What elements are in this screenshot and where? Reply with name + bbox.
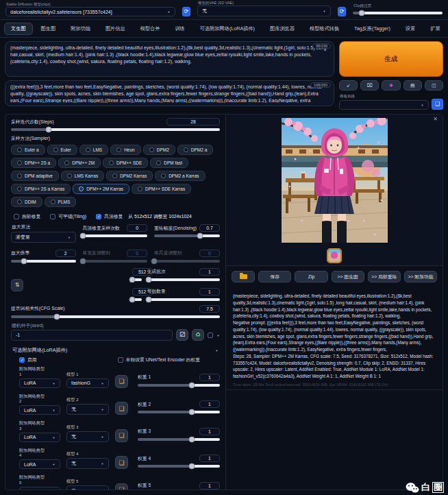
sampler-option[interactable]: DPM2 a xyxy=(177,145,213,155)
sampler-option[interactable]: Heun xyxy=(110,145,141,155)
hires-steps-slider-track[interactable] xyxy=(83,234,148,237)
sampler-option[interactable]: DPM2 xyxy=(143,145,175,155)
gallery-thumbnail[interactable] xyxy=(327,248,342,263)
send-to-inpaint-button[interactable]: >> 局部重绘 xyxy=(368,271,401,282)
sampler-option[interactable]: Euler xyxy=(47,145,77,155)
lora-type-dropdown[interactable]: LoRA▼ xyxy=(19,378,60,388)
sampler-option[interactable]: DPM++ SDE xyxy=(103,158,148,168)
clear-prompt-button[interactable]: ⌧ xyxy=(360,80,379,90)
generate-button[interactable]: 生成 xyxy=(339,41,443,77)
random-seed-button[interactable]: ⚂ xyxy=(176,329,188,341)
tab-7[interactable]: 可选附加网络(LoRA插件) xyxy=(193,23,262,35)
save-style-button[interactable]: ◫ xyxy=(425,80,443,90)
tab-3[interactable]: 附加功能 xyxy=(64,23,97,35)
slider-handle[interactable] xyxy=(129,296,135,302)
send-to-extras-button[interactable]: >> 附加功能 xyxy=(404,271,437,282)
lora-model-dropdown[interactable]: fashionG▼ xyxy=(66,378,109,388)
upscaler-dropdown[interactable]: 潜变量 ▼ xyxy=(11,232,76,243)
batch-size-slider-track[interactable] xyxy=(147,298,220,301)
slider-handle[interactable] xyxy=(21,258,27,264)
refresh-checkpoints-button[interactable]: ⟳ xyxy=(182,7,190,16)
resize-width-slider-track[interactable] xyxy=(83,260,148,263)
slider-handle[interactable] xyxy=(189,463,195,470)
lora-accordion-header[interactable]: 可选附加网络(LoRA插件) ▼ xyxy=(12,347,219,354)
batch-count-slider-track[interactable] xyxy=(147,278,220,281)
lora-file-button[interactable]: ❏ xyxy=(115,483,128,490)
slider-handle[interactable] xyxy=(79,233,86,239)
sampler-option[interactable]: DPM++ 2S a Karras xyxy=(11,184,71,194)
lora-model-dropdown[interactable]: 无▼ xyxy=(66,431,109,442)
tab-2[interactable]: 图生图 xyxy=(34,23,63,35)
tiling-checkbox[interactable]: 可平铺(Tiling) xyxy=(50,213,86,220)
upscale-by-slider-track[interactable] xyxy=(11,260,76,263)
lora-enable-checkbox[interactable]: 启用 xyxy=(19,357,37,363)
lora-type-dropdown[interactable]: LoRA▼ xyxy=(19,487,60,490)
slider-handle[interactable] xyxy=(145,276,151,282)
tab-9[interactable]: 模型格式转换 xyxy=(303,23,346,35)
steps-slider-track[interactable] xyxy=(11,128,220,131)
slider-handle[interactable] xyxy=(189,409,195,415)
slider-handle[interactable] xyxy=(45,127,51,133)
lora-file-button[interactable]: ❏ xyxy=(115,456,128,469)
tab-4[interactable]: 图片信息 xyxy=(99,23,132,35)
slider-handle[interactable] xyxy=(54,313,60,319)
tab-6[interactable]: 训练 xyxy=(168,23,191,35)
clip-skip-slider[interactable] xyxy=(353,12,443,14)
paste-prompt-button[interactable]: ↙ xyxy=(339,80,358,90)
lora-separate-weights-checkbox[interactable]: 单独设置 UNet/Text Encoder 的权重 xyxy=(118,357,200,363)
sampler-option[interactable]: DDIM xyxy=(11,197,42,207)
height-slider-track[interactable] xyxy=(129,298,142,301)
save-style-button[interactable]: ❏ xyxy=(432,99,443,110)
sampler-option[interactable]: PLMS xyxy=(45,197,77,207)
resize-height-slider-track[interactable] xyxy=(154,260,220,263)
hires-fix-checkbox[interactable]: 高清修复 xyxy=(96,213,123,220)
slider-handle[interactable] xyxy=(197,233,203,239)
cfg-scale-slider-track[interactable] xyxy=(11,315,220,318)
reuse-seed-button[interactable]: ♻ xyxy=(192,329,204,341)
restore-faces-checkbox[interactable]: 面部修复 xyxy=(14,213,40,220)
slider-handle[interactable] xyxy=(145,296,151,302)
generated-image[interactable] xyxy=(282,118,388,245)
swap-dimensions-button[interactable]: ⇅ xyxy=(11,279,23,291)
refresh-vae-button[interactable]: ⟳ xyxy=(338,7,346,16)
slider-handle[interactable] xyxy=(189,436,195,442)
extra-seed-checkbox[interactable] xyxy=(208,333,213,338)
lora-type-dropdown[interactable]: LoRA▼ xyxy=(19,459,60,469)
close-icon[interactable]: ✕ xyxy=(433,116,438,122)
checkpoint-dropdown[interactable]: dalceforealistictallyv2.safetensors [733… xyxy=(5,7,175,16)
lora-model-dropdown[interactable]: 无▼ xyxy=(66,458,109,469)
sampler-option[interactable]: DPM++ 2S a xyxy=(11,158,56,168)
open-folder-button[interactable] xyxy=(232,271,255,282)
send-to-img2img-button[interactable]: >> 图生图 xyxy=(332,271,364,282)
sampler-option[interactable]: LMS Karras xyxy=(61,171,104,181)
negative-prompt-input[interactable]: (((extra feet))),3 feet,more than two fe… xyxy=(10,84,329,103)
zip-button[interactable]: Zip xyxy=(295,271,327,282)
tab-8[interactable]: 图库浏览器 xyxy=(263,23,301,35)
tab-12[interactable]: 扩展 xyxy=(423,23,447,35)
lora-type-dropdown[interactable]: LoRA▼ xyxy=(19,405,60,415)
slider-handle[interactable] xyxy=(151,258,158,264)
prompt-input[interactable]: (masterpiece, sidelighting, ultra-detail… xyxy=(10,45,329,73)
sampler-option[interactable]: DPM++ SDE Karras xyxy=(132,184,191,194)
sampler-option[interactable]: DPM++ 2M xyxy=(58,158,101,168)
sampler-option[interactable]: DPM2 Karras xyxy=(106,171,153,181)
tab-5[interactable]: 模型合并 xyxy=(134,23,167,35)
seed-input[interactable] xyxy=(11,330,173,341)
sampler-option[interactable]: LMS xyxy=(79,145,108,155)
sampler-option[interactable]: DPM2 a Karras xyxy=(155,171,205,181)
lora-model-dropdown[interactable]: 无▼ xyxy=(66,404,109,415)
lora-file-button[interactable]: ❏ xyxy=(115,375,128,388)
styles-dropdown[interactable]: ▼ xyxy=(339,100,429,110)
extra-networks-button[interactable]: ❖ xyxy=(382,80,400,90)
slider-handle[interactable] xyxy=(129,276,135,282)
lora-model-dropdown[interactable]: 无▼ xyxy=(66,485,109,490)
sampler-option[interactable]: Euler a xyxy=(11,145,45,155)
save-button[interactable]: 保存 xyxy=(258,271,291,282)
width-slider-track[interactable] xyxy=(129,278,142,281)
tab-11[interactable]: 设置 xyxy=(399,23,422,35)
sampler-option[interactable]: DPM adaptive xyxy=(11,171,59,181)
tab-1[interactable]: 文生图 xyxy=(4,23,33,35)
sampler-option[interactable]: DPM fast xyxy=(150,158,188,168)
tab-10[interactable]: Tag反推(Tagger) xyxy=(347,23,397,35)
lora-file-button[interactable]: ❏ xyxy=(115,402,128,415)
